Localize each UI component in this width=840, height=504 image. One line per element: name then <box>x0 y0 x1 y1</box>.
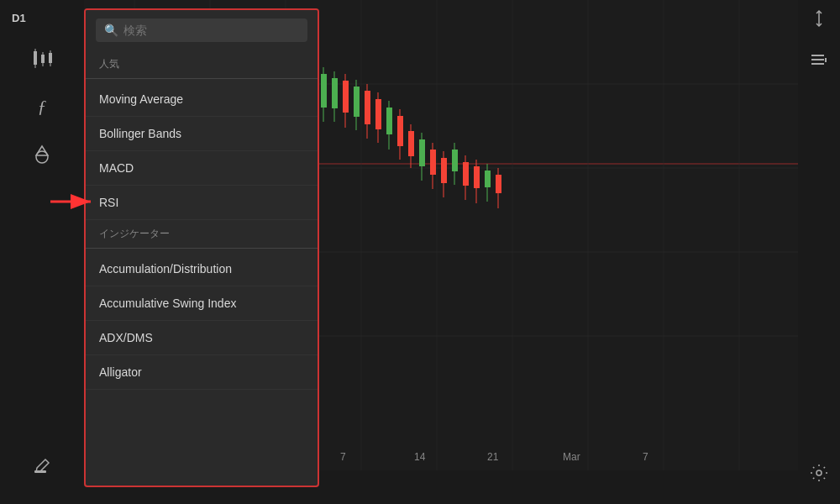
search-icon: 🔍 <box>104 24 118 37</box>
svg-rect-80 <box>375 99 381 129</box>
scale-button[interactable] <box>809 8 829 33</box>
svg-rect-100 <box>485 171 491 187</box>
svg-rect-78 <box>365 91 370 124</box>
svg-text:21: 21 <box>487 451 499 463</box>
svg-rect-7 <box>50 50 51 54</box>
svg-rect-74 <box>343 81 349 113</box>
svg-rect-84 <box>397 116 403 146</box>
svg-rect-72 <box>332 78 338 108</box>
indicators-filter-button[interactable] <box>809 50 829 74</box>
edit-button[interactable] <box>17 445 67 487</box>
svg-rect-92 <box>441 158 447 183</box>
svg-rect-94 <box>452 150 458 171</box>
indicator-panel: 🔍 人気 Moving Average Bollinger Bands MACD… <box>84 8 319 487</box>
svg-rect-8 <box>50 63 51 66</box>
svg-rect-88 <box>419 139 425 166</box>
svg-rect-2 <box>35 65 36 68</box>
svg-rect-82 <box>386 108 392 134</box>
settings-button[interactable] <box>809 463 829 487</box>
indicator-accumulative-swing-index[interactable]: Accumulative Swing Index <box>86 286 318 321</box>
svg-text:7: 7 <box>643 451 648 463</box>
left-toolbar: D1 ƒ <box>0 0 84 504</box>
svg-rect-1 <box>35 49 36 52</box>
svg-rect-4 <box>43 52 44 55</box>
svg-text:7: 7 <box>340 451 346 463</box>
popular-divider <box>86 78 318 79</box>
svg-rect-90 <box>430 150 436 175</box>
function-button[interactable]: ƒ <box>17 86 67 128</box>
search-input[interactable] <box>123 24 299 37</box>
indicator-rsi[interactable]: RSI <box>86 186 318 220</box>
shapes-button[interactable] <box>17 134 67 176</box>
svg-rect-3 <box>41 55 45 63</box>
svg-text:Mar: Mar <box>563 451 580 463</box>
timeframe-label: D1 <box>12 12 26 24</box>
right-toolbar <box>798 0 840 504</box>
indicators-divider <box>86 248 318 249</box>
indicator-bollinger-bands[interactable]: Bollinger Bands <box>86 117 318 151</box>
svg-rect-86 <box>408 131 414 156</box>
popular-section-label: 人気 <box>86 50 318 75</box>
svg-rect-98 <box>474 166 480 188</box>
arrow-indicator <box>50 185 101 222</box>
search-bar: 🔍 <box>86 10 318 50</box>
search-input-wrapper[interactable]: 🔍 <box>96 18 307 42</box>
svg-rect-0 <box>34 51 37 65</box>
indicator-alligator[interactable]: Alligator <box>86 355 318 390</box>
indicator-adx-dms[interactable]: ADX/DMS <box>86 321 318 355</box>
indicator-moving-average[interactable]: Moving Average <box>86 82 318 117</box>
indicator-macd[interactable]: MACD <box>86 151 318 186</box>
indicators-section-label: インジケーター <box>86 220 318 244</box>
svg-rect-5 <box>43 63 44 66</box>
candlestick-button[interactable] <box>17 37 67 79</box>
indicator-accumulation-distribution[interactable]: Accumulation/Distribution <box>86 252 318 286</box>
svg-text:14: 14 <box>414 451 426 463</box>
svg-rect-70 <box>321 74 327 108</box>
svg-rect-76 <box>354 87 360 117</box>
svg-rect-96 <box>463 162 469 186</box>
svg-rect-6 <box>49 53 52 63</box>
svg-point-118 <box>816 470 822 475</box>
svg-rect-102 <box>496 175 501 193</box>
